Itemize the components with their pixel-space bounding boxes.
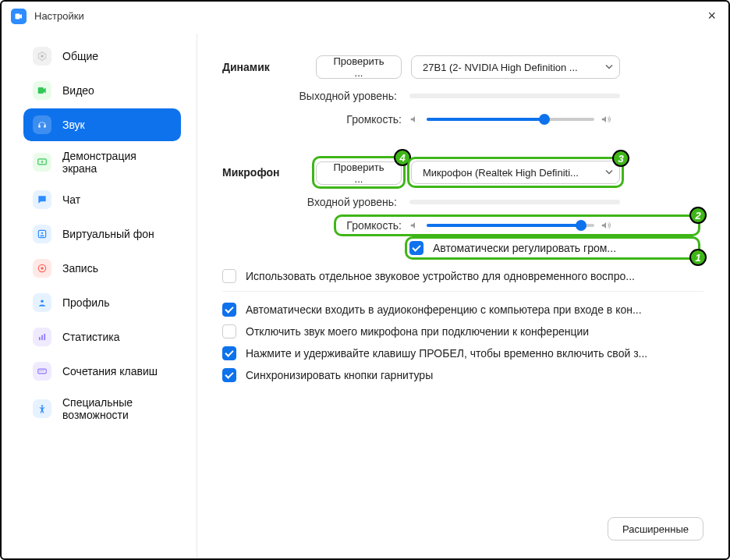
advanced-button[interactable]: Расширенные bbox=[608, 517, 703, 541]
speaker-device-value: 27B1 (2- NVIDIA High Definition ... bbox=[423, 62, 578, 73]
chevron-down-icon bbox=[605, 62, 613, 73]
sidebar-item-chat[interactable]: Чат bbox=[23, 183, 181, 216]
annotation-badge-4: 4 bbox=[394, 149, 411, 166]
mic-volume-label: Громкость: bbox=[222, 219, 409, 232]
speaker-device-select[interactable]: 27B1 (2- NVIDIA High Definition ... bbox=[411, 55, 620, 79]
sidebar-item-recording[interactable]: Запись bbox=[23, 252, 181, 285]
chevron-down-icon bbox=[605, 167, 613, 179]
speaker-volume-slider[interactable] bbox=[427, 118, 594, 121]
svg-point-14 bbox=[41, 405, 43, 406]
option-separate-audio-device[interactable]: Использовать отдельное звуковое устройст… bbox=[222, 269, 703, 283]
sidebar-item-label: Специальные возможности bbox=[62, 396, 172, 421]
svg-rect-11 bbox=[40, 370, 41, 371]
sidebar-item-label: Видео bbox=[62, 84, 94, 97]
sidebar-item-virtual-background[interactable]: Виртуальный фон bbox=[23, 218, 181, 250]
sidebar-item-label: Чат bbox=[62, 193, 80, 206]
sidebar-item-general[interactable]: Общие bbox=[23, 40, 181, 73]
input-level-label: Входной уровень: bbox=[222, 196, 409, 208]
svg-rect-13 bbox=[43, 370, 44, 371]
sidebar: Общие Видео Звук Демонстрация экрана Чат… bbox=[2, 29, 197, 558]
mic-test-button[interactable]: Проверить ... bbox=[316, 161, 402, 185]
sidebar-item-label: Сочетания клавиш bbox=[62, 365, 158, 377]
annotation-badge-1: 1 bbox=[689, 249, 707, 266]
sidebar-item-audio[interactable]: Звук bbox=[23, 108, 181, 141]
option-push-to-talk[interactable]: Нажмите и удерживайте клавишу ПРОБЕЛ, чт… bbox=[222, 346, 703, 360]
mic-auto-adjust-option[interactable]: Автоматически регулировать гром... bbox=[409, 241, 703, 255]
title-bar: Настройки × bbox=[2, 2, 728, 29]
speaker-high-icon bbox=[601, 220, 611, 231]
speaker-low-icon bbox=[409, 220, 420, 231]
checkbox-icon[interactable] bbox=[222, 303, 236, 317]
sidebar-item-profile[interactable]: Профиль bbox=[23, 286, 181, 319]
output-level-label: Выходной уровень: bbox=[222, 90, 409, 102]
svg-rect-12 bbox=[41, 370, 42, 371]
sidebar-item-accessibility[interactable]: Специальные возможности bbox=[23, 389, 181, 428]
window-title: Настройки bbox=[34, 10, 84, 22]
option-label: Нажмите и удерживайте клавишу ПРОБЕЛ, чт… bbox=[246, 347, 647, 360]
speaker-section-label: Динамик bbox=[222, 61, 316, 73]
svg-rect-8 bbox=[41, 335, 43, 340]
svg-point-5 bbox=[41, 267, 44, 270]
mic-device-select[interactable]: Микрофон (Realtek High Definiti... bbox=[411, 161, 620, 184]
mic-auto-adjust-label: Автоматически регулировать гром... bbox=[433, 242, 616, 254]
checkbox-icon[interactable] bbox=[222, 324, 236, 338]
checkbox-icon[interactable] bbox=[222, 368, 236, 382]
sidebar-item-label: Запись bbox=[62, 262, 98, 275]
option-label: Автоматически входить в аудиоконференцию… bbox=[246, 303, 642, 316]
annotation-badge-2: 2 bbox=[689, 207, 707, 224]
option-label: Использовать отдельное звуковое устройст… bbox=[246, 270, 635, 282]
option-label: Синхронизировать кнопки гарнитуры bbox=[246, 369, 433, 381]
checkbox-icon[interactable] bbox=[409, 241, 423, 255]
sidebar-item-label: Виртуальный фон bbox=[62, 228, 154, 240]
close-icon[interactable]: × bbox=[704, 8, 719, 24]
svg-point-6 bbox=[41, 300, 44, 303]
checkbox-icon[interactable] bbox=[222, 269, 236, 283]
mic-volume-slider[interactable] bbox=[427, 224, 594, 227]
speaker-high-icon bbox=[601, 114, 611, 125]
speaker-low-icon bbox=[409, 114, 420, 125]
svg-rect-7 bbox=[39, 337, 41, 340]
input-level-meter bbox=[409, 200, 620, 204]
option-mute-on-join[interactable]: Отключить звук моего микрофона при подкл… bbox=[222, 324, 703, 338]
checkbox-icon[interactable] bbox=[222, 346, 236, 360]
sidebar-item-share-screen[interactable]: Демонстрация экрана bbox=[23, 143, 181, 182]
svg-rect-9 bbox=[44, 334, 45, 340]
option-sync-headset-buttons[interactable]: Синхронизировать кнопки гарнитуры bbox=[222, 368, 703, 382]
sidebar-item-keyboard-shortcuts[interactable]: Сочетания клавиш bbox=[23, 355, 181, 388]
mic-section-label: Микрофон bbox=[222, 166, 316, 179]
output-level-meter bbox=[409, 94, 620, 98]
sidebar-item-label: Профиль bbox=[62, 296, 109, 309]
option-label: Отключить звук моего микрофона при подкл… bbox=[246, 325, 589, 338]
speaker-volume-label: Громкость: bbox=[222, 113, 409, 126]
sidebar-item-video[interactable]: Видео bbox=[23, 74, 181, 107]
svg-point-0 bbox=[41, 55, 44, 58]
annotation-badge-3: 3 bbox=[612, 150, 629, 167]
svg-point-3 bbox=[41, 232, 43, 234]
settings-window: Настройки × Общие Видео Звук Демонстраци… bbox=[0, 0, 730, 560]
sidebar-item-statistics[interactable]: Статистика bbox=[23, 321, 181, 353]
body: Общие Видео Звук Демонстрация экрана Чат… bbox=[2, 29, 728, 558]
speaker-test-button[interactable]: Проверить ... bbox=[316, 55, 402, 79]
zoom-app-icon bbox=[11, 9, 27, 24]
content-audio: Динамик Проверить ... 27B1 (2- NVIDIA Hi… bbox=[197, 29, 728, 558]
separator bbox=[222, 291, 703, 292]
mic-device-value: Микрофон (Realtek High Definiti... bbox=[423, 167, 579, 179]
sidebar-item-label: Демонстрация экрана bbox=[62, 150, 172, 175]
sidebar-item-label: Статистика bbox=[62, 331, 120, 343]
sidebar-item-label: Общие bbox=[62, 50, 98, 62]
option-auto-join-audio[interactable]: Автоматически входить в аудиоконференцию… bbox=[222, 303, 703, 317]
sidebar-item-label: Звук bbox=[62, 119, 85, 131]
